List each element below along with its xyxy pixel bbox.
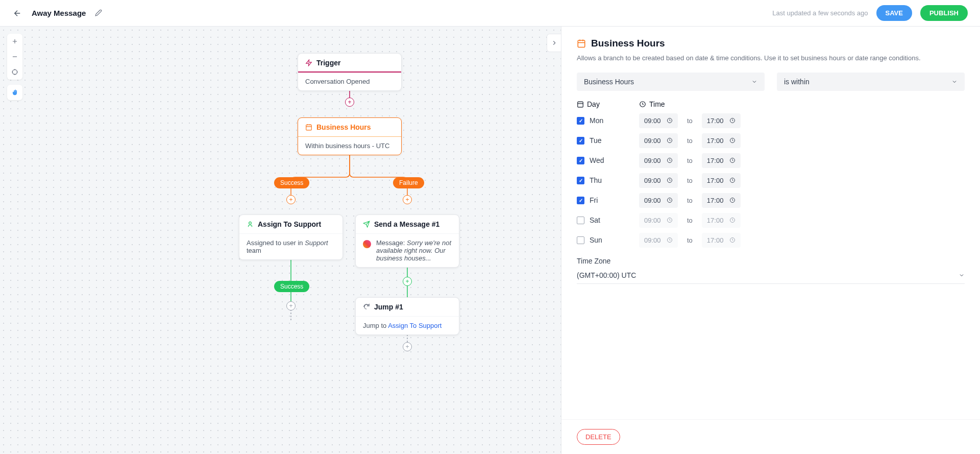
from-time-input[interactable]: 09:00 bbox=[639, 213, 678, 228]
add-node-button[interactable]: + bbox=[403, 277, 412, 286]
calendar-icon bbox=[577, 39, 586, 48]
day-label: Thu bbox=[590, 176, 602, 184]
clock-icon bbox=[667, 237, 673, 243]
day-checkbox[interactable] bbox=[577, 117, 584, 125]
jump-node[interactable]: Jump #1 Jump to Assign To Support bbox=[355, 297, 459, 335]
flow-canvas[interactable]: + + + + + + Success Failure Success Trig… bbox=[0, 27, 561, 454]
app-header: Away Message Last updated a few seconds … bbox=[0, 0, 980, 27]
back-button[interactable] bbox=[12, 8, 22, 18]
pan-tool-button[interactable] bbox=[7, 85, 22, 100]
add-node-button[interactable]: + bbox=[403, 342, 412, 351]
save-button[interactable]: SAVE bbox=[876, 5, 912, 21]
chevron-down-icon bbox=[959, 272, 965, 278]
zoom-out-button[interactable] bbox=[7, 49, 22, 64]
condition-operator-select[interactable]: is within bbox=[777, 73, 965, 91]
day-label: Wed bbox=[590, 156, 604, 164]
send-icon bbox=[363, 221, 370, 228]
clock-icon bbox=[639, 101, 646, 108]
bolt-icon bbox=[305, 59, 312, 66]
pencil-icon bbox=[95, 9, 102, 16]
properties-panel: Business Hours Allows a branch to be cre… bbox=[561, 27, 980, 454]
to-time-input[interactable]: 17:00 bbox=[702, 193, 741, 208]
to-time-input[interactable]: 17:00 bbox=[702, 113, 741, 128]
business-hours-node[interactable]: Business Hours Within business hours - U… bbox=[298, 117, 402, 155]
clock-icon bbox=[667, 197, 673, 203]
from-time-input[interactable]: 09:00 bbox=[639, 173, 678, 188]
plus-icon bbox=[11, 38, 18, 45]
timezone-select[interactable]: (GMT+00:00) UTC bbox=[577, 267, 965, 284]
svg-rect-3 bbox=[578, 40, 585, 47]
add-node-button[interactable]: + bbox=[345, 98, 354, 107]
clock-icon bbox=[729, 177, 736, 183]
panel-description: Allows a branch to be created based on d… bbox=[561, 53, 980, 73]
edit-title-button[interactable] bbox=[95, 9, 103, 17]
node-title: Trigger bbox=[316, 59, 340, 67]
crosshair-icon bbox=[11, 68, 18, 76]
publish-button[interactable]: PUBLISH bbox=[920, 5, 968, 21]
fit-view-button[interactable] bbox=[7, 64, 22, 80]
svg-point-0 bbox=[12, 69, 17, 74]
clock-icon bbox=[729, 217, 736, 223]
to-label: to bbox=[684, 236, 696, 244]
clock-icon bbox=[667, 217, 673, 223]
send-message-node[interactable]: Send a Message #1 Message: Sorry we're n… bbox=[355, 214, 459, 268]
node-title: Assign To Support bbox=[258, 220, 321, 228]
to-label: to bbox=[684, 137, 696, 145]
day-checkbox[interactable] bbox=[577, 197, 584, 204]
to-time-input[interactable]: 17:00 bbox=[702, 233, 741, 248]
clock-icon bbox=[667, 157, 673, 163]
svg-rect-4 bbox=[578, 102, 583, 107]
node-body: Message: Sorry we're not available right… bbox=[356, 233, 459, 267]
zoom-in-button[interactable] bbox=[7, 34, 22, 49]
day-checkbox[interactable] bbox=[577, 236, 584, 244]
day-row: Sat 09:00 to 17:00 bbox=[577, 213, 965, 228]
time-column-header: Time bbox=[639, 100, 665, 108]
to-time-input[interactable]: 17:00 bbox=[702, 153, 741, 168]
day-label: Fri bbox=[590, 196, 598, 204]
condition-type-select[interactable]: Business Hours bbox=[577, 73, 765, 91]
add-node-button[interactable]: + bbox=[403, 195, 412, 204]
day-checkbox[interactable] bbox=[577, 177, 584, 184]
to-time-input[interactable]: 17:00 bbox=[702, 173, 741, 188]
day-checkbox[interactable] bbox=[577, 137, 584, 145]
calendar-icon bbox=[577, 101, 584, 108]
avatar-icon bbox=[363, 240, 371, 248]
delete-button[interactable]: DELETE bbox=[577, 429, 620, 445]
day-label: Tue bbox=[590, 136, 602, 145]
panel-title: Business Hours bbox=[591, 38, 665, 49]
from-time-input[interactable]: 09:00 bbox=[639, 233, 678, 248]
to-time-input[interactable]: 17:00 bbox=[702, 213, 741, 228]
jump-icon bbox=[363, 303, 370, 310]
clock-icon bbox=[667, 177, 673, 183]
flow-title: Away Message bbox=[32, 9, 86, 17]
clock-icon bbox=[729, 197, 736, 203]
day-row: Sun 09:00 to 17:00 bbox=[577, 233, 965, 248]
minus-icon bbox=[11, 53, 18, 60]
to-label: to bbox=[684, 177, 696, 184]
svg-point-2 bbox=[249, 222, 252, 224]
success-badge: Success bbox=[274, 281, 309, 292]
day-row: Fri 09:00 to 17:00 bbox=[577, 193, 965, 208]
trigger-node[interactable]: Trigger Conversation Opened bbox=[298, 53, 402, 91]
from-time-input[interactable]: 09:00 bbox=[639, 113, 678, 128]
assign-node[interactable]: Assign To Support Assigned to user in Su… bbox=[239, 214, 343, 260]
node-title: Jump #1 bbox=[374, 303, 403, 311]
collapse-panel-button[interactable] bbox=[547, 34, 561, 52]
add-node-button[interactable]: + bbox=[286, 301, 296, 310]
to-time-input[interactable]: 17:00 bbox=[702, 133, 741, 148]
day-column-header: Day bbox=[577, 100, 633, 108]
node-body: Jump to Assign To Support bbox=[356, 316, 459, 334]
day-checkbox[interactable] bbox=[577, 217, 584, 224]
from-time-input[interactable]: 09:00 bbox=[639, 133, 678, 148]
add-node-button[interactable]: + bbox=[286, 195, 296, 204]
canvas-toolbar bbox=[7, 34, 22, 105]
day-row: Tue 09:00 to 17:00 bbox=[577, 133, 965, 148]
day-checkbox[interactable] bbox=[577, 157, 584, 164]
last-updated-text: Last updated a few seconds ago bbox=[772, 9, 868, 17]
clock-icon bbox=[729, 137, 736, 144]
to-label: to bbox=[684, 197, 696, 204]
svg-rect-1 bbox=[306, 125, 312, 130]
from-time-input[interactable]: 09:00 bbox=[639, 153, 678, 168]
from-time-input[interactable]: 09:00 bbox=[639, 193, 678, 208]
chevron-down-icon bbox=[751, 79, 757, 85]
